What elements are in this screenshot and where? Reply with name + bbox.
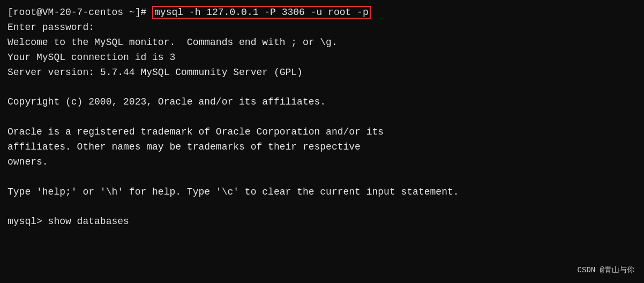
highlighted-command: mysql -h 127.0.0.1 -P 3306 -u root -p bbox=[152, 6, 371, 19]
terminal-line-15: mysql> show databases bbox=[8, 214, 636, 229]
terminal-line-7: Copyright (c) 2000, 2023, Oracle and/or … bbox=[8, 95, 636, 110]
terminal-line-8 bbox=[8, 110, 636, 125]
terminal-line-12 bbox=[8, 170, 636, 185]
terminal-line-1: [root@VM-20-7-centos ~]# mysql -h 127.0.… bbox=[8, 5, 636, 20]
terminal-line-11: owners. bbox=[8, 155, 636, 170]
terminal-line-2: Enter password: bbox=[8, 20, 636, 35]
prompt-1: [root@VM-20-7-centos ~]# bbox=[8, 7, 152, 18]
terminal-line-6 bbox=[8, 80, 636, 95]
terminal-line-13: Type 'help;' or '\h' for help. Type '\c'… bbox=[8, 185, 636, 200]
terminal-line-4: Your MySQL connection id is 3 bbox=[8, 50, 636, 65]
terminal-line-14 bbox=[8, 200, 636, 215]
terminal-line-10: affiliates. Other names may be trademark… bbox=[8, 140, 636, 155]
watermark: CSDN @青山与你 bbox=[578, 265, 634, 277]
terminal-line-9: Oracle is a registered trademark of Orac… bbox=[8, 125, 636, 140]
terminal-line-3: Welcome to the MySQL monitor. Commands e… bbox=[8, 35, 636, 50]
terminal-line-5: Server version: 5.7.44 MySQL Community S… bbox=[8, 65, 636, 80]
terminal-window: [root@VM-20-7-centos ~]# mysql -h 127.0.… bbox=[0, 0, 644, 283]
